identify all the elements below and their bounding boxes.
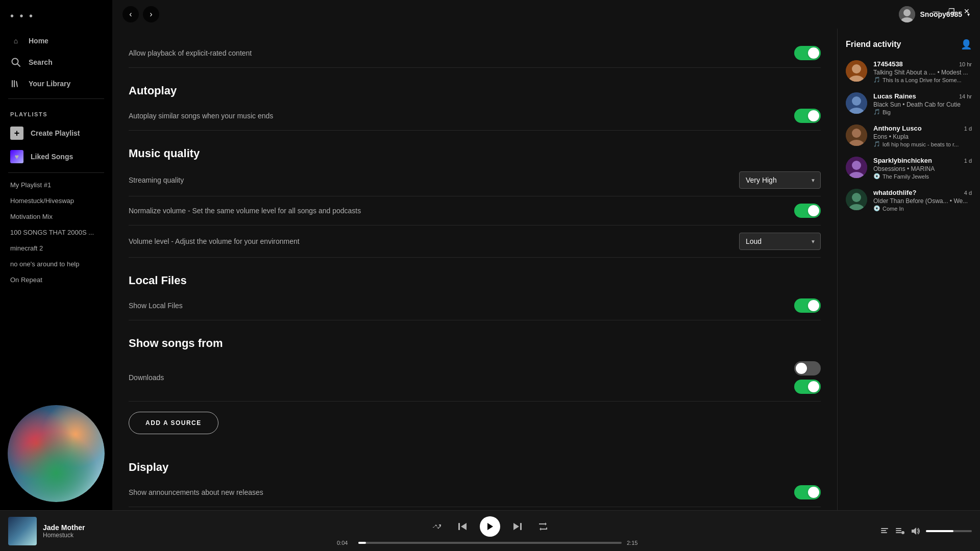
- play-pause-button[interactable]: [480, 516, 500, 537]
- progress-bar[interactable]: [358, 542, 622, 544]
- autoplay-setting-row: Autoplay similar songs when your music e…: [129, 102, 821, 131]
- list-item[interactable]: On Repeat: [0, 272, 112, 288]
- add-source-button[interactable]: ADD A SOURCE: [129, 412, 218, 434]
- lyrics-button[interactable]: [880, 527, 889, 536]
- svg-rect-4: [16, 81, 18, 87]
- svg-marker-24: [461, 523, 467, 530]
- list-item[interactable]: 100 SONGS THAT 2000S ...: [0, 224, 112, 240]
- list-item[interactable]: Motivation Mix: [0, 209, 112, 224]
- toggle-track[interactable]: [794, 109, 821, 123]
- downloads-toggle-1[interactable]: [794, 361, 821, 375]
- toggle-track[interactable]: [794, 361, 821, 375]
- friend-item: Anthony Lusco 1 d Eons • Kupla 🎵 lofi hi…: [846, 124, 972, 147]
- now-playing-center: 0:04 2:15: [161, 516, 819, 546]
- streaming-quality-select-wrapper: Low Normal High Very High Automatic: [739, 171, 821, 189]
- toggle-track[interactable]: [794, 485, 821, 499]
- friend-album: 💿 The Family Jewels: [873, 173, 972, 180]
- svg-point-12: [852, 96, 861, 106]
- create-playlist-label: Create Playlist: [31, 129, 80, 137]
- svg-point-15: [852, 129, 861, 138]
- volume-button[interactable]: [911, 527, 920, 536]
- friend-song: Black Sun • Death Cab for Cutie: [873, 101, 972, 108]
- svg-rect-33: [896, 532, 901, 533]
- list-item[interactable]: Homestuck/Hiveswap: [0, 193, 112, 209]
- svg-marker-25: [487, 523, 493, 530]
- friend-activity-panel: Friend activity 👤 17454538 10 hr Talking…: [837, 29, 980, 510]
- liked-songs-button[interactable]: ♥ Liked Songs: [0, 145, 112, 168]
- toggle-thumb: [808, 300, 819, 311]
- current-time: 0:04: [337, 540, 353, 546]
- toggle-track[interactable]: [794, 46, 821, 60]
- friend-time: 4 d: [964, 190, 972, 196]
- friend-item: Lucas Raines 14 hr Black Sun • Death Cab…: [846, 92, 972, 115]
- previous-button[interactable]: [454, 518, 471, 535]
- friend-time: 14 hr: [959, 93, 972, 99]
- playlists-header: PLAYLISTS: [0, 103, 112, 121]
- autoplay-toggle[interactable]: [794, 109, 821, 123]
- sidebar-item-home[interactable]: ⌂ Home: [0, 30, 112, 52]
- downloads-label: Downloads: [129, 373, 164, 382]
- svg-rect-23: [458, 523, 460, 530]
- friend-name-row: Sparklybinchicken 1 d: [873, 157, 972, 164]
- show-local-files-toggle[interactable]: [794, 298, 821, 313]
- volume-level-select[interactable]: Quiet Normal Loud: [739, 233, 821, 250]
- sidebar-item-search[interactable]: Search: [0, 52, 112, 73]
- friend-song: Older Than Before (Oswa... • We...: [873, 197, 972, 205]
- toggle-track[interactable]: [794, 204, 821, 218]
- streaming-quality-select[interactable]: Low Normal High Very High Automatic: [739, 171, 821, 189]
- explicit-setting-row: Allow playback of explicit-rated content: [129, 39, 821, 68]
- toggle-thumb: [808, 381, 819, 392]
- now-playing-right: [819, 527, 972, 536]
- now-playing-art: [8, 517, 37, 545]
- queue-button[interactable]: [895, 527, 904, 536]
- toggle-thumb: [808, 47, 819, 59]
- explicit-toggle[interactable]: [794, 46, 821, 60]
- total-time: 2:15: [627, 540, 643, 546]
- local-files-title: Local Files: [129, 274, 821, 287]
- toggle-track[interactable]: [794, 298, 821, 313]
- friend-item: whatdothlife? 4 d Older Than Before (Osw…: [846, 189, 972, 212]
- show-songs-from-title: Show songs from: [129, 337, 821, 350]
- disc-icon: 💿: [873, 205, 880, 212]
- maximize-button[interactable]: ❐: [944, 4, 959, 18]
- sidebar: • • • ⌂ Home Search Yo: [0, 0, 112, 510]
- volume-level-select-wrapper: Quiet Normal Loud: [739, 233, 821, 250]
- search-icon: [10, 57, 21, 68]
- app-body: • • • ⌂ Home Search Yo: [0, 0, 980, 510]
- explicit-label: Allow playback of explicit-rated content: [129, 49, 252, 57]
- normalize-toggle[interactable]: [794, 204, 821, 218]
- friend-album: 🎵 Big: [873, 109, 972, 115]
- autoplay-label: Autoplay similar songs when your music e…: [129, 112, 273, 120]
- toggle-thumb: [796, 363, 807, 374]
- forward-button[interactable]: ›: [143, 6, 159, 22]
- friend-name-row: Lucas Raines 14 hr: [873, 92, 972, 100]
- friend-song: Eons • Kupla: [873, 133, 972, 140]
- app-dots: • • •: [0, 8, 112, 30]
- list-item[interactable]: no one's around to help: [0, 256, 112, 272]
- streaming-quality-row: Streaming quality Low Normal High Very H…: [129, 164, 821, 196]
- volume-level-label: Volume level - Adjust the volume for you…: [129, 237, 300, 245]
- sidebar-item-library[interactable]: Your Library: [0, 73, 112, 94]
- streaming-quality-label: Streaming quality: [129, 176, 184, 184]
- minimize-button[interactable]: —: [929, 4, 943, 18]
- back-button[interactable]: ‹: [122, 6, 139, 22]
- close-button[interactable]: ✕: [960, 4, 974, 18]
- svg-rect-29: [881, 530, 886, 531]
- list-item[interactable]: minecraft 2: [0, 240, 112, 256]
- downloads-toggle-2[interactable]: [794, 380, 821, 394]
- create-playlist-button[interactable]: + Create Playlist: [0, 121, 112, 145]
- svg-rect-3: [14, 80, 15, 87]
- playback-controls: [429, 516, 551, 537]
- announcements-toggle[interactable]: [794, 485, 821, 499]
- friend-album: 🎵 lofi hip hop music - beats to r...: [873, 141, 972, 147]
- shuffle-button[interactable]: [429, 518, 445, 535]
- toggle-track[interactable]: [794, 380, 821, 394]
- show-songs-from-section: Show songs from: [129, 320, 821, 354]
- sidebar-divider-1: [8, 98, 104, 99]
- repeat-button[interactable]: [535, 518, 551, 535]
- volume-bar[interactable]: [926, 530, 972, 532]
- progress-bar-container: 0:04 2:15: [337, 540, 643, 546]
- next-button[interactable]: [509, 518, 526, 535]
- list-item[interactable]: My Playlist #1: [0, 177, 112, 193]
- friend-time: 1 d: [964, 158, 972, 164]
